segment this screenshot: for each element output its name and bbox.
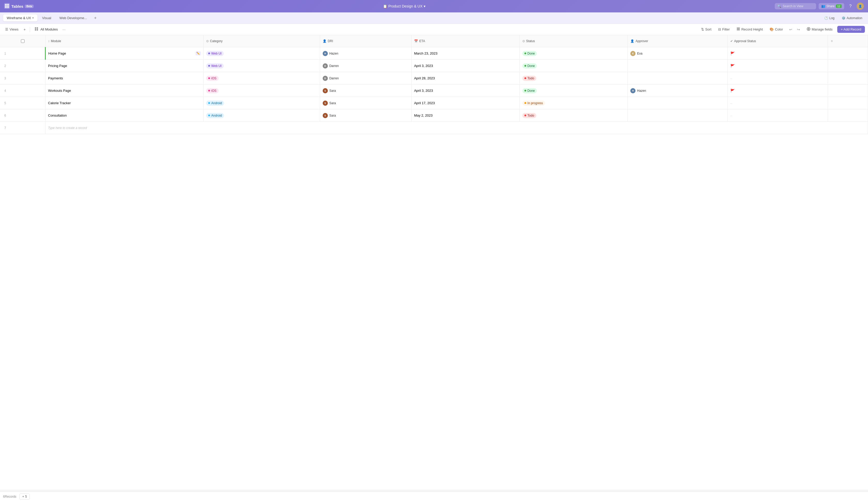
status-cell[interactable]: Done xyxy=(519,60,628,72)
approver-cell[interactable]: E Eva xyxy=(628,47,727,60)
add-tab-button[interactable]: ＋ xyxy=(92,14,99,22)
module-name: Workouts Page xyxy=(48,89,71,93)
eta-cell[interactable]: April 28, 2023 xyxy=(411,72,519,85)
status-cell[interactable]: Todo xyxy=(519,109,628,122)
filter-button[interactable]: ⊟ Filter xyxy=(716,26,732,33)
svg-rect-11 xyxy=(737,30,740,30)
dri-cell[interactable]: H Hazen xyxy=(320,47,411,60)
search-input[interactable] xyxy=(783,4,811,8)
approval-icon: ✔ xyxy=(730,39,733,43)
all-modules-button[interactable]: All Modules xyxy=(32,26,60,33)
dri-cell[interactable]: S Sara xyxy=(320,109,411,122)
svg-rect-10 xyxy=(737,29,740,29)
module-name: Pricing Page xyxy=(48,64,67,68)
color-icon: 🎨 xyxy=(770,28,774,31)
approval-status-cell[interactable]: – xyxy=(727,109,828,122)
module-cell[interactable]: Payments xyxy=(45,72,204,85)
module-cell[interactable]: Pricing Page xyxy=(45,60,204,72)
svg-rect-4 xyxy=(7,6,9,8)
category-cell[interactable]: iOS xyxy=(203,85,320,97)
module-cell[interactable]: Workouts Page xyxy=(45,85,204,97)
approval-status-cell[interactable]: 🚩 xyxy=(727,47,828,60)
category-cell[interactable]: Android xyxy=(203,97,320,109)
category-cell[interactable]: Web UI xyxy=(203,47,320,60)
eta-cell[interactable]: April 3, 2023 xyxy=(411,60,519,72)
approver-cell[interactable] xyxy=(628,109,727,122)
category-cell[interactable]: Web UI xyxy=(203,60,320,72)
tab-webdev[interactable]: Web Developme... xyxy=(56,14,91,21)
user-avatar[interactable]: 👤 xyxy=(857,3,864,10)
status-cell[interactable]: In progress xyxy=(519,97,628,109)
select-all-checkbox[interactable] xyxy=(21,39,24,43)
record-height-button[interactable]: Record Height xyxy=(734,26,766,33)
eta-value: May 2, 2023 xyxy=(414,114,433,117)
status-cell[interactable]: Todo xyxy=(519,72,628,85)
approval-status-cell[interactable]: – xyxy=(727,72,828,85)
new-record-cell[interactable]: Type here to create a record xyxy=(45,122,868,134)
eta-cell[interactable]: April 3, 2023 xyxy=(411,85,519,97)
view-more-button[interactable]: ··· xyxy=(62,26,67,33)
undo-button[interactable]: ↩ xyxy=(787,26,794,33)
status-badge: Todo xyxy=(523,76,536,81)
category-cell[interactable]: Android xyxy=(203,109,320,122)
flag-icon: – xyxy=(730,114,732,118)
automation-button[interactable]: ⚙️ Automation xyxy=(839,15,865,21)
category-icon: ⊙ xyxy=(206,39,209,43)
add-record-button[interactable]: + Add Record xyxy=(837,26,865,33)
search-box[interactable]: 🔍 xyxy=(775,3,816,9)
row-num-cell: 4 xyxy=(0,85,45,97)
add-view-button[interactable]: + xyxy=(21,26,28,33)
approver-cell[interactable] xyxy=(628,60,727,72)
approver-cell[interactable] xyxy=(628,97,727,109)
add-column-button[interactable]: + xyxy=(831,39,833,43)
dri-cell[interactable]: S Sara xyxy=(320,85,411,97)
eta-cell[interactable]: April 17, 2023 xyxy=(411,97,519,109)
approver-cell[interactable]: H Hazen xyxy=(628,85,727,97)
category-badge: Android xyxy=(206,113,224,118)
toolbar-right: ⇅ Sort ⊟ Filter Record Height 🎨 Color ↩ … xyxy=(699,26,865,33)
status-cell[interactable]: Done xyxy=(519,85,628,97)
table-row: 2 Pricing Page Web UI D Darren xyxy=(0,60,868,72)
approval-status-cell[interactable]: 🚩 xyxy=(727,85,828,97)
tab-bar: Wireframe & UX ▾ Visual Web Developme...… xyxy=(0,12,868,24)
project-title[interactable]: 📋 Product Design & UX ▾ xyxy=(383,4,425,8)
svg-rect-3 xyxy=(5,6,7,8)
approver-col-header: 👤 Approver xyxy=(628,35,727,47)
module-cell[interactable]: Home Page ✏️ xyxy=(45,47,204,60)
edit-icon[interactable]: ✏️ xyxy=(196,52,201,55)
table-row: 6 Consultation Android S Sara xyxy=(0,109,868,122)
approval-status-cell[interactable]: 🚩 xyxy=(727,60,828,72)
log-button[interactable]: 🕐 Log xyxy=(822,15,837,21)
approver-cell[interactable] xyxy=(628,72,727,85)
new-record-placeholder: Type here to create a record xyxy=(48,126,87,130)
extra-cell xyxy=(828,60,868,72)
tab-wireframe[interactable]: Wireframe & UX ▾ xyxy=(3,14,37,21)
svg-rect-8 xyxy=(37,29,38,31)
person-name: Darren xyxy=(329,64,339,68)
tab-visual[interactable]: Visual xyxy=(39,14,55,21)
module-cell[interactable]: Consultation xyxy=(45,109,204,122)
eta-cell[interactable]: March 23, 2023 xyxy=(411,47,519,60)
share-button[interactable]: 👥 Share 12 xyxy=(818,3,844,9)
category-badge: iOS xyxy=(206,76,219,81)
row-num-cell: 3 xyxy=(0,72,45,85)
help-button[interactable]: ? xyxy=(847,3,854,10)
category-cell[interactable]: iOS xyxy=(203,72,320,85)
dri-cell[interactable]: D Darren xyxy=(320,60,411,72)
color-button[interactable]: 🎨 Color xyxy=(767,26,785,33)
module-cell[interactable]: Calorie Tracker xyxy=(45,97,204,109)
redo-button[interactable]: ↪ xyxy=(795,26,802,33)
category-col-header: ⊙ Category xyxy=(203,35,320,47)
dri-cell[interactable]: D Darren xyxy=(320,72,411,85)
status-dot xyxy=(525,77,526,79)
approval-status-cell[interactable]: – xyxy=(727,97,828,109)
manage-fields-button[interactable]: Manage fields xyxy=(804,26,836,33)
views-button[interactable]: ☰ Views xyxy=(3,26,20,33)
views-icon: ☰ xyxy=(5,28,8,31)
dri-cell[interactable]: S Sara xyxy=(320,97,411,109)
status-cell[interactable]: Done xyxy=(519,47,628,60)
flag-icon: 🚩 xyxy=(730,52,735,56)
eta-cell[interactable]: May 2, 2023 xyxy=(411,109,519,122)
sort-button[interactable]: ⇅ Sort xyxy=(699,26,714,33)
row-number: 5 xyxy=(4,102,6,105)
